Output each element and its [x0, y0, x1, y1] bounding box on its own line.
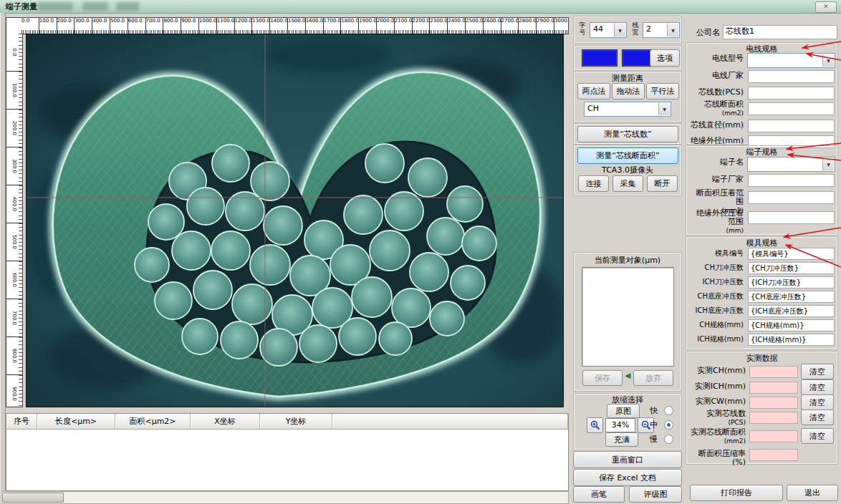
wire-strand — [427, 218, 464, 255]
zoom-in-icon[interactable] — [587, 417, 603, 433]
original-size-button[interactable]: 原图 — [607, 404, 640, 418]
measured-value-input[interactable] — [749, 366, 798, 378]
measurement-table[interactable]: 序号长度<μm>面积<μm2>X坐标Y坐标 — [6, 413, 569, 491]
measured-data-group: 实测数据 实测CH(mm)清空实测ICH(mm)清空实测CW(mm)清空实测芯线… — [686, 351, 838, 465]
measured-value-input[interactable] — [749, 449, 798, 461]
clear-button[interactable]: 清空 — [801, 364, 834, 379]
ruler-tick-label: 2500.0 — [465, 18, 483, 34]
speed-medium-radio[interactable] — [664, 420, 673, 430]
current-object-title: 当前测量对象(μm) — [574, 255, 681, 266]
chevron-down-icon[interactable]: ▼ — [822, 54, 834, 67]
stroke-settings-frame: 字号 44 ▼ 线宽 2 ▼ — [573, 16, 682, 44]
company-label: 公司名 — [688, 29, 720, 37]
scrollbar-thumb[interactable] — [2, 493, 64, 503]
title-bar: 端子测量 ✕ — [0, 0, 841, 14]
pen-button[interactable]: 画笔 — [573, 486, 625, 503]
company-input[interactable]: 芯线数1 — [723, 25, 837, 39]
options-button[interactable]: 选项 — [650, 49, 680, 67]
table-header-row: 序号长度<μm>面积<μm2>X坐标Y坐标 — [6, 414, 568, 430]
rating-chart-button[interactable]: 评级图 — [629, 486, 682, 503]
measurement-listbox[interactable] — [582, 267, 674, 367]
measured-field-label: 实测CW(mm) — [690, 397, 746, 406]
wire-spec-group: 电线规格 电线型号▼电线厂家芯线数(PCS)芯线断面积(mm2)芯线直径(mm)… — [686, 42, 838, 145]
field-input[interactable] — [748, 191, 835, 204]
print-report-button[interactable]: 打印报告 — [690, 485, 783, 501]
two-point-button[interactable]: 两点法 — [577, 83, 610, 100]
speed-fast-radio[interactable] — [664, 406, 673, 415]
mold-field-input[interactable]: {ICH刀冲压数} — [748, 276, 835, 289]
speed-slow-radio[interactable] — [664, 435, 673, 444]
wire-strand — [339, 318, 376, 355]
mold-field-input[interactable]: {ICH底座冲压数} — [748, 305, 835, 317]
discard-measure-button[interactable]: 放弃 — [633, 370, 673, 386]
measure-core-area-button[interactable]: 测量“芯线断面积” — [577, 147, 678, 164]
horizontal-scrollbar[interactable] — [1, 491, 569, 504]
ruler-tick-label: 2300.0 — [429, 18, 447, 34]
ruler-tick-label: 1300.0 — [251, 18, 269, 34]
mold-field-input[interactable]: {ICH规格(mm)} — [748, 334, 835, 346]
chevron-down-icon[interactable]: ▼ — [614, 24, 625, 37]
table-column-header[interactable] — [332, 414, 568, 429]
field-input[interactable] — [748, 102, 835, 115]
microscope-image[interactable] — [26, 34, 564, 407]
table-column-header[interactable]: X坐标 — [191, 414, 260, 429]
ruler-tick-label: 0.0 — [21, 18, 39, 34]
field-input[interactable] — [748, 87, 835, 100]
table-column-header[interactable]: Y坐标 — [260, 414, 332, 429]
clear-button[interactable]: 清空 — [801, 394, 834, 410]
chevron-down-icon[interactable]: ▼ — [667, 24, 678, 37]
table-column-header[interactable]: 长度<μm> — [37, 414, 115, 429]
save-measure-button[interactable]: 保存 — [582, 370, 623, 386]
wire-strand — [392, 289, 431, 327]
ruler-tick-label: 2200.0 — [412, 18, 430, 34]
clear-button[interactable]: 清空 — [801, 410, 834, 425]
table-column-header[interactable]: 面积<μm2> — [115, 414, 191, 429]
font-size-select[interactable]: 44 ▼ — [590, 22, 627, 38]
field-input[interactable] — [748, 174, 835, 187]
field-input[interactable] — [748, 211, 835, 224]
zoom-percent-field[interactable]: 34% — [605, 418, 635, 432]
field-input[interactable] — [748, 120, 835, 132]
wire-strand — [352, 277, 392, 317]
green-arrow-icon: ◀ — [625, 371, 630, 380]
chevron-down-icon[interactable]: ▼ — [658, 103, 670, 115]
mold-field-input[interactable]: {CH刀冲压数} — [748, 262, 835, 274]
exit-button[interactable]: 退出 — [787, 485, 838, 501]
color-swatch-1[interactable] — [582, 49, 617, 67]
clear-button[interactable]: 清空 — [801, 428, 834, 444]
ruler-tick-label: 3000.0 — [554, 18, 569, 34]
connect-button[interactable]: 连接 — [578, 175, 609, 192]
ruler-tick-label: 2800.0 — [518, 18, 536, 34]
wire-strand — [299, 325, 337, 362]
fit-button[interactable]: 充满 — [605, 432, 638, 447]
parallel-method-button[interactable]: 平行法 — [646, 83, 679, 100]
mold-field-input[interactable]: {CH规格(mm)} — [748, 319, 835, 331]
capture-button[interactable]: 采集 — [612, 175, 643, 192]
close-button[interactable]: ✕ — [815, 1, 837, 13]
field-select[interactable]: ▼ — [747, 53, 835, 68]
ruler-tick-label: 2400.0 — [447, 18, 465, 34]
ch-select[interactable]: CH ▼ — [584, 102, 671, 117]
clear-button[interactable]: 清空 — [801, 379, 834, 395]
line-width-select[interactable]: 2 ▼ — [643, 22, 680, 38]
current-object-group: 当前测量对象(μm) 保存 ◀ 放弃 — [573, 252, 682, 392]
table-column-header[interactable]: 序号 — [6, 414, 37, 429]
field-input[interactable] — [748, 70, 835, 83]
measured-value-input[interactable] — [749, 412, 798, 424]
save-excel-button[interactable]: 保存 Excel 文档 — [573, 469, 682, 486]
mold-field-input[interactable]: {模具编号} — [748, 248, 835, 260]
field-select[interactable]: ▼ — [747, 157, 835, 172]
measured-value-input[interactable] — [749, 382, 798, 394]
redraw-window-button[interactable]: 重画窗口 — [573, 451, 682, 468]
mold-field-label: CH底座冲压数 — [690, 292, 744, 301]
measure-core-count-button[interactable]: 测量“芯线数” — [577, 126, 678, 142]
measured-value-input[interactable] — [749, 430, 798, 442]
measured-field-label: 实测ICH(mm) — [690, 382, 746, 391]
chevron-down-icon[interactable]: ▼ — [822, 158, 834, 170]
disconnect-button[interactable]: 断开 — [647, 175, 678, 192]
ruler-tick-label: 400.0 — [92, 18, 110, 34]
measured-value-input[interactable] — [749, 397, 798, 409]
drag-method-button[interactable]: 拖动法 — [612, 83, 645, 100]
mold-field-input[interactable]: {CH底座冲压数} — [748, 291, 835, 303]
ruler-tick-label: 2900.0 — [536, 18, 554, 34]
